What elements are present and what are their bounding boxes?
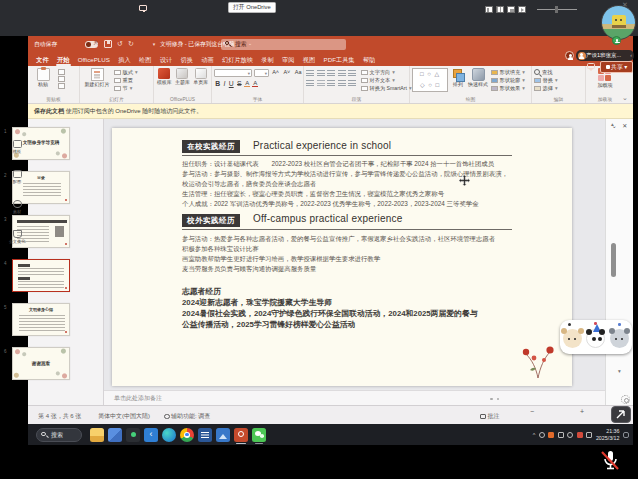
- notes-area[interactable]: 单击此处添加备注: [104, 390, 605, 405]
- section2-badge[interactable]: 校外实践经历: [182, 214, 240, 227]
- quick-access-dropdown-icon[interactable]: ▾: [150, 40, 158, 48]
- share-button[interactable]: 共享 ▾: [600, 61, 633, 73]
- participant-name-pill[interactable]: 产设1班张京... ‹: [576, 50, 634, 61]
- save-icon[interactable]: [104, 40, 112, 48]
- green-app-icon[interactable]: [126, 428, 140, 442]
- reset-button[interactable]: 重置: [114, 77, 137, 84]
- align-right-icon[interactable]: [327, 80, 335, 87]
- volunteer-section[interactable]: 志愿者经历 2024迎新志愿者，珠宝学院援藏大学生导师 2024暑假社会实践，2…: [182, 286, 480, 330]
- tray-expand-icon[interactable]: ^: [533, 432, 536, 438]
- vscode-icon[interactable]: ‹: [144, 428, 158, 442]
- shape-fill-button[interactable]: 形状填充▾: [491, 69, 525, 76]
- tab-view[interactable]: 视图: [299, 53, 320, 66]
- mic-tray-icon[interactable]: [558, 432, 564, 438]
- section-button[interactable]: 节▾: [114, 85, 137, 92]
- security-tray-icon[interactable]: [577, 432, 583, 438]
- participant-video-bubble[interactable]: [601, 5, 636, 40]
- align-left-icon[interactable]: [306, 80, 314, 87]
- collapse-ribbon-icon[interactable]: ⌄: [622, 94, 628, 102]
- tab-design[interactable]: 设计: [156, 53, 177, 66]
- zoom-out-icon[interactable]: −: [530, 408, 534, 415]
- word-icon[interactable]: [198, 428, 212, 442]
- select-button[interactable]: 选择▾: [534, 85, 557, 92]
- tab-file[interactable]: 文件: [32, 53, 53, 66]
- comments-button[interactable]: 批注: [480, 412, 500, 421]
- search-input[interactable]: 搜索: [221, 39, 346, 50]
- account-avatar-icon[interactable]: [565, 51, 574, 60]
- quick-styles-button[interactable]: 快速样式: [468, 68, 488, 88]
- pill-collapse-icon[interactable]: ‹: [630, 50, 632, 61]
- line-spacing-icon[interactable]: [348, 70, 356, 77]
- align-text-button[interactable]: 对齐文本▾: [361, 77, 412, 84]
- slideshow-icon[interactable]: [139, 5, 147, 11]
- text-direction-button[interactable]: 文字方向▾: [361, 69, 412, 76]
- settings-gear-icon[interactable]: [621, 395, 630, 404]
- slideshow-view-icon[interactable]: [518, 6, 526, 13]
- widgets-icon[interactable]: [108, 428, 122, 442]
- ppt-comments-icon[interactable]: [587, 63, 595, 69]
- section1-heading[interactable]: Practical experience in school: [253, 140, 391, 151]
- zoom-in-icon[interactable]: +: [580, 408, 584, 415]
- taskbar-search[interactable]: 搜索: [36, 428, 82, 442]
- justify-icon[interactable]: [338, 80, 346, 87]
- tab-officeplus[interactable]: OfficePLUS: [74, 53, 115, 66]
- tab-animations[interactable]: 动画: [197, 53, 218, 66]
- page-library-button[interactable]: 单页库: [193, 68, 209, 86]
- highlight-color-button[interactable]: A: [244, 80, 251, 88]
- tab-record[interactable]: 录制: [257, 53, 278, 66]
- font-size-select[interactable]: ▾: [254, 69, 269, 77]
- pets-widget[interactable]: [560, 320, 632, 354]
- taskbar-clock[interactable]: 21:36 2025/3/12: [596, 428, 620, 441]
- change-case-button[interactable]: Aa: [294, 68, 303, 77]
- italic-button[interactable]: I: [222, 79, 226, 88]
- smartart-button[interactable]: 转换为 SmartArt▾: [361, 85, 412, 92]
- tab-slideshow[interactable]: 幻灯片放映: [218, 53, 257, 66]
- numbering-icon[interactable]: [317, 70, 325, 77]
- undo-icon[interactable]: ↺: [116, 40, 124, 48]
- underline-button[interactable]: U: [228, 79, 235, 88]
- slide-thumbnail-4-selected[interactable]: [12, 259, 70, 292]
- tab-home[interactable]: 开始: [53, 53, 74, 66]
- slide-thumbnail-6[interactable]: 谢谢观看: [12, 347, 70, 380]
- bullets-icon[interactable]: [306, 70, 314, 77]
- section1-badge[interactable]: 在校实践经历: [182, 140, 240, 153]
- slide-sorter-view-icon[interactable]: [496, 6, 504, 13]
- scroll-up-icon[interactable]: ▴: [611, 121, 614, 127]
- scroll-down-icon[interactable]: ▾: [618, 368, 621, 374]
- edge-icon[interactable]: [162, 428, 176, 442]
- arrange-button[interactable]: 排列: [450, 68, 466, 88]
- slide-canvas[interactable]: 在校实践经历 Practical experience in school 担任…: [112, 128, 572, 386]
- tab-review[interactable]: 审阅: [278, 53, 299, 66]
- reading-view-icon[interactable]: [507, 6, 515, 13]
- replace-button[interactable]: 替换▾: [534, 77, 557, 84]
- slide-thumbnail-5[interactable]: 文明修身心得: [12, 303, 70, 336]
- shapes-gallery[interactable]: □ ○ △ ◇ ○ □: [412, 68, 448, 92]
- muted-mic-icon[interactable]: [598, 448, 622, 472]
- copy-icon[interactable]: [58, 76, 65, 82]
- redo-icon[interactable]: ↻: [127, 40, 135, 48]
- volume-icon[interactable]: [567, 432, 573, 438]
- new-slide-button[interactable]: 新建幻灯片: [82, 68, 112, 88]
- chrome-icon[interactable]: [180, 428, 194, 442]
- vertical-scrollbar[interactable]: [611, 243, 616, 277]
- paste-button[interactable]: 粘贴: [30, 68, 56, 88]
- align-center-icon[interactable]: [317, 80, 325, 87]
- layout-button[interactable]: 版式▾: [114, 69, 137, 76]
- tab-draw[interactable]: 绘图: [135, 53, 156, 66]
- powerpoint-icon[interactable]: [234, 428, 248, 442]
- tab-help[interactable]: 帮助: [359, 53, 380, 66]
- phone-link-icon[interactable]: [586, 432, 592, 438]
- format-painter-icon[interactable]: [58, 83, 65, 89]
- network-icon[interactable]: [539, 432, 545, 438]
- notes-resize-dots[interactable]: [490, 398, 499, 401]
- pane-close-icon[interactable]: ✕: [622, 122, 627, 129]
- cut-icon[interactable]: [58, 69, 65, 75]
- pane-item-beautify[interactable]: 全文美化: [6, 230, 28, 244]
- tab-pdf-tools[interactable]: PDF工具集: [319, 53, 358, 66]
- wechat-icon[interactable]: [252, 428, 266, 442]
- tab-transitions[interactable]: 切换: [176, 53, 197, 66]
- grow-font-button[interactable]: A˄: [271, 68, 280, 77]
- accessibility-status[interactable]: 辅助功能: 调查: [164, 412, 210, 421]
- indent-increase-icon[interactable]: [338, 70, 346, 77]
- language-status[interactable]: 简体中文(中国大陆): [98, 412, 150, 421]
